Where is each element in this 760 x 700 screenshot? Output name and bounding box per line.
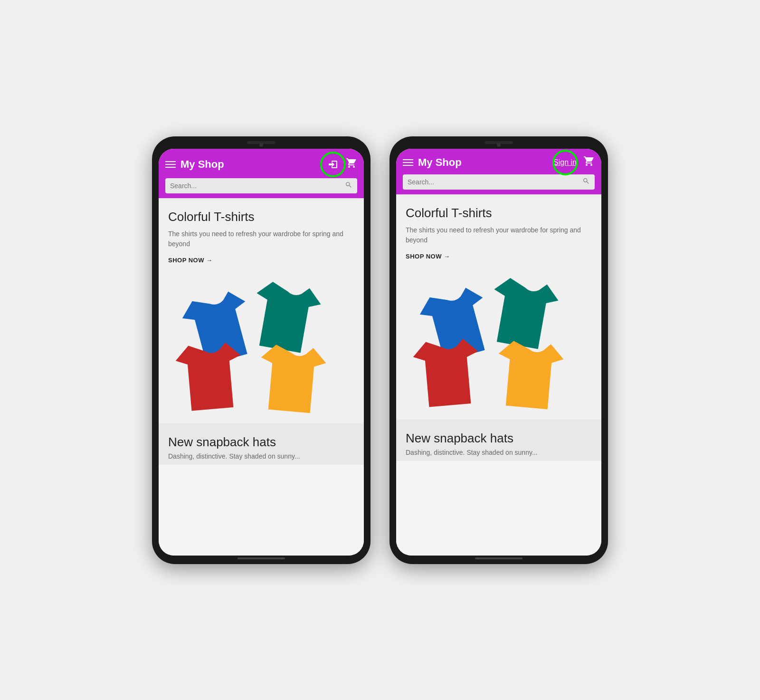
tshirt-group-2 [406, 268, 592, 420]
signin-icon-wrapper [324, 155, 342, 173]
header-top-2: My Shop Sign in [403, 155, 595, 170]
shop-title-1: My Shop [180, 158, 319, 171]
app-header-1: My Shop [159, 149, 364, 198]
cart-button-2[interactable] [583, 155, 595, 170]
signin-icon-button[interactable] [324, 155, 342, 173]
app-header-2: My Shop Sign in [396, 149, 601, 194]
next-desc-1: Dashing, distinctive. Stay shaded on sun… [168, 452, 354, 460]
magnifier-icon-1 [345, 181, 352, 189]
signin-text-wrapper: Sign in [551, 156, 580, 169]
phone-1: My Shop [152, 136, 370, 564]
signin-arrow-icon [327, 159, 339, 170]
hero-title-2: Colorful T-shirts [406, 206, 592, 221]
search-input-1[interactable] [170, 182, 345, 190]
phone-2-screen: My Shop Sign in [396, 149, 601, 556]
hero-section-1: Colorful T-shirts The shirts you need to… [159, 198, 364, 423]
tshirt-group-1 [168, 271, 354, 423]
next-section-2: New snapback hats Dashing, distinctive. … [396, 420, 601, 461]
shop-title-2: My Shop [418, 156, 546, 169]
search-icon-1 [345, 181, 352, 191]
magnifier-icon-2 [582, 177, 590, 185]
next-title-2: New snapback hats [406, 431, 592, 446]
app-content-1: Colorful T-shirts The shirts you need to… [159, 198, 364, 556]
header-actions-1 [324, 155, 357, 173]
cart-button-1[interactable] [346, 157, 357, 172]
hero-section-2: Colorful T-shirts The shirts you need to… [396, 194, 601, 420]
comparison-container: My Shop [152, 136, 608, 564]
phone-camera [259, 143, 263, 147]
search-bar-1 [165, 178, 357, 193]
hero-desc-1: The shirts you need to refresh your ward… [168, 229, 354, 249]
tshirt-illustration-2 [406, 268, 592, 420]
next-desc-2: Dashing, distinctive. Stay shaded on sun… [406, 449, 592, 456]
phone-camera-2 [497, 143, 501, 147]
next-section-1: New snapback hats Dashing, distinctive. … [159, 423, 364, 465]
hero-desc-2: The shirts you need to refresh your ward… [406, 225, 592, 245]
search-input-2[interactable] [408, 178, 582, 186]
shop-now-button-2[interactable]: SHOP NOW → [406, 253, 592, 260]
hamburger-menu-2[interactable] [403, 159, 413, 166]
next-title-1: New snapback hats [168, 435, 354, 450]
cart-icon-2 [583, 155, 595, 167]
app-content-2: Colorful T-shirts The shirts you need to… [396, 194, 601, 556]
header-top-1: My Shop [165, 155, 357, 173]
search-bar-2 [403, 174, 595, 190]
shop-now-button-1[interactable]: SHOP NOW → [168, 257, 354, 264]
header-actions-2: Sign in [551, 155, 595, 170]
phone-home-button-2 [475, 557, 522, 559]
tshirt-illustration-1 [168, 271, 354, 423]
hero-title-1: Colorful T-shirts [168, 210, 354, 224]
phone-1-screen: My Shop [159, 149, 364, 556]
phone-home-button-1 [238, 557, 285, 559]
signin-text-button[interactable]: Sign in [551, 156, 580, 169]
hamburger-menu-1[interactable] [165, 161, 176, 168]
search-icon-2 [582, 177, 590, 187]
phone-2: My Shop Sign in [390, 136, 608, 564]
cart-icon-1 [346, 157, 357, 169]
